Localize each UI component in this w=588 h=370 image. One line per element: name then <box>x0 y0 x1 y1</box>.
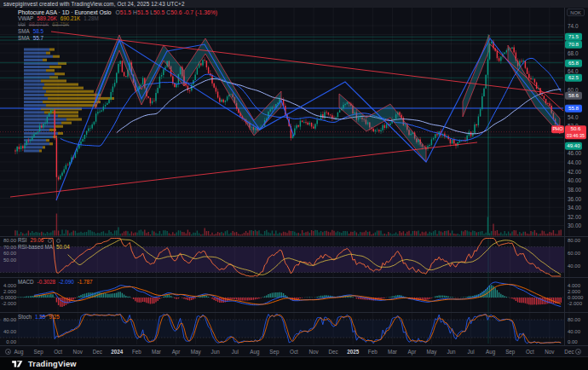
volume-profile <box>49 66 61 68</box>
time-axis-label: Sep <box>269 349 279 355</box>
volume-profile <box>24 104 46 107</box>
time-axis-settings-icon[interactable] <box>575 349 581 355</box>
pane-axis-label: 80.00 <box>0 317 16 322</box>
stoch-row[interactable]: Stoch1.259.25 <box>18 315 60 321</box>
volume-profile <box>24 111 44 113</box>
ohlc-values: O51.5H51.5L50.5C50.6-0.7 (-1.36%) <box>114 9 218 15</box>
currency-toggle-nok[interactable]: NOK <box>567 9 585 16</box>
badge-price: 49.40 <box>567 142 579 148</box>
volume-profile <box>24 132 58 135</box>
stoch-label: Stoch <box>18 315 32 321</box>
volume-profile <box>24 94 44 96</box>
pane-axis-label: 60.00 <box>0 251 16 256</box>
volume-profile <box>24 59 43 61</box>
price-axis-tick: 40.00 <box>568 177 581 183</box>
pane-axis-label: 4.000 <box>0 283 16 288</box>
overlay-indicator-value: 98.071K <box>29 22 49 28</box>
price-axis-tick: 38.00 <box>568 186 581 192</box>
macd-row[interactable]: MACD-0.3028-2.090-1.787 <box>18 280 93 286</box>
time-axis-label: Aug <box>250 349 259 355</box>
time-axis-label: Aug <box>14 349 23 355</box>
rsi-row[interactable]: RSI-based MA50.04 <box>18 245 70 251</box>
volume-profile <box>66 119 82 121</box>
overlay-indicator-row[interactable]: Vol98.071K63.75K <box>18 22 99 28</box>
time-axis-label: Feb <box>368 349 378 355</box>
badge-price: 65.8 <box>568 60 579 66</box>
price-axis-tick: 74.0 <box>568 23 578 29</box>
overlay-indicator-row[interactable]: SMA58.5 <box>18 29 99 35</box>
volume-series <box>14 214 562 236</box>
price-axis-tick: 32.00 <box>568 213 581 219</box>
badge-price: 55.8 <box>568 105 579 111</box>
volume-profile <box>24 84 44 86</box>
volume-profile <box>44 84 78 86</box>
sma-line-fast <box>61 58 561 146</box>
rsi-legend[interactable]: RSI29.06RSI-based MA50.04 <box>18 238 70 251</box>
rsi-icon[interactable] <box>56 239 61 243</box>
rsi-icon[interactable] <box>48 239 52 243</box>
volume-profile <box>49 142 53 145</box>
time-axis[interactable]: AugSepOctNovDec2024FebMarAprMayJunJulAug… <box>0 345 588 356</box>
volume-profile <box>43 146 45 148</box>
volume-profile <box>43 87 84 90</box>
volume-profile <box>24 79 41 82</box>
pane-axis-label: -2.000 <box>0 301 16 306</box>
macd-value: -1.787 <box>78 280 93 286</box>
volume-profile <box>46 52 50 55</box>
macd-label: MACD <box>18 280 34 286</box>
time-axis-label: Dec <box>329 349 338 355</box>
time-axis-label: Jul <box>468 349 475 355</box>
badge-price: 70.8 <box>568 41 579 47</box>
price-badge-level-70-8: 70.8 <box>565 41 582 49</box>
volume-profile <box>24 129 49 131</box>
volume-profile <box>58 114 78 117</box>
time-axis-label: Dec <box>93 349 102 355</box>
pane-axis-label: 80.00 <box>568 317 580 322</box>
volume-profile <box>24 122 61 124</box>
pane-axis-label: 0.0000 <box>0 295 16 300</box>
stoch-value: 9.25 <box>49 315 59 321</box>
chart-canvas[interactable] <box>0 0 588 370</box>
time-axis-label: Jul <box>232 349 239 355</box>
overlay-indicator-value: 589.26K <box>37 16 56 22</box>
macd-histogram <box>56 298 562 307</box>
rsi-label: RSI-based MA <box>18 245 53 251</box>
time-axis-label: 2025 <box>347 349 359 355</box>
symbol-title: Photocure ASA · 1D · Euronext Oslo <box>18 9 112 15</box>
change-value: -0.7 (-1.36%) <box>183 9 217 15</box>
rsi-band <box>0 247 564 273</box>
volume-profile <box>24 97 48 100</box>
volume-profile <box>24 69 46 72</box>
pane-axis-label: 0.00 <box>568 339 578 344</box>
ohlc-value: 51.5 <box>120 9 131 15</box>
symbol-legend[interactable]: Photocure ASA · 1D · Euronext Oslo O51.5… <box>18 9 217 15</box>
tradingview-logo-icon[interactable] <box>11 359 24 369</box>
overlay-indicator-row[interactable]: SMA55.7 <box>18 36 99 42</box>
volume-profile <box>55 72 65 75</box>
overlay-indicator-value: 58.5 <box>33 29 43 35</box>
time-axis-label: Sep <box>33 349 43 355</box>
pane-axis-label: 50.00 <box>0 257 16 263</box>
time-axis-clock-icon[interactable] <box>5 349 11 355</box>
pane-axis-label: -2.000 <box>568 301 582 306</box>
volume-profile <box>39 149 42 152</box>
price-badge-last-price: PHO50.603:46:35 <box>565 125 586 139</box>
volume-profile <box>24 66 49 68</box>
rsi-row[interactable]: RSI29.06 <box>18 238 70 244</box>
overlay-indicators-legend[interactable]: VWAP589.26K690.21K1.28MVol98.071K63.75KS… <box>18 16 99 43</box>
pane-axis-label: 0.00 <box>0 339 16 344</box>
volume-profile <box>24 72 55 75</box>
volume-profile <box>53 55 60 58</box>
price-badge-level-71-5: 71.5 <box>565 33 582 41</box>
price-axis-tick: 34.00 <box>568 205 581 211</box>
overlay-indicator-row[interactable]: VWAP589.26K690.21K1.28M <box>18 16 99 22</box>
macd-legend[interactable]: MACD-0.3028-2.090-1.787 <box>18 280 93 286</box>
time-axis-label: Apr <box>407 349 416 355</box>
price-axis-tick: 54.0 <box>568 113 578 119</box>
tradingview-wordmark[interactable]: TradingView <box>28 360 77 368</box>
volume-profile <box>24 146 43 148</box>
volume-profile <box>24 87 43 90</box>
stoch-legend[interactable]: Stoch1.259.25 <box>18 315 60 321</box>
rsi-value: 50.04 <box>56 245 70 251</box>
symbol-tag: PHO <box>551 125 564 133</box>
